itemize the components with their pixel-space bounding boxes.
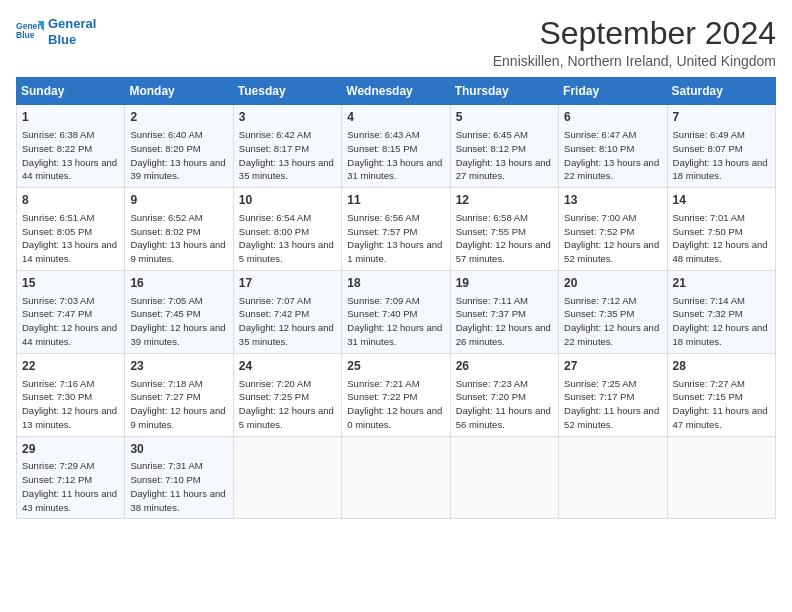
day-number: 5 xyxy=(456,109,553,126)
svg-text:Blue: Blue xyxy=(16,30,35,40)
calendar-week-4: 22Sunrise: 7:16 AMSunset: 7:30 PMDayligh… xyxy=(17,353,776,436)
day-info: Sunrise: 6:54 AMSunset: 8:00 PMDaylight:… xyxy=(239,211,336,266)
day-info: Sunrise: 6:42 AMSunset: 8:17 PMDaylight:… xyxy=(239,128,336,183)
calendar-day: 1Sunrise: 6:38 AMSunset: 8:22 PMDaylight… xyxy=(17,105,125,188)
calendar-day: 22Sunrise: 7:16 AMSunset: 7:30 PMDayligh… xyxy=(17,353,125,436)
calendar-day xyxy=(233,436,341,519)
logo-text: General Blue xyxy=(48,16,96,47)
day-number: 26 xyxy=(456,358,553,375)
header-friday: Friday xyxy=(559,78,667,105)
calendar-day: 14Sunrise: 7:01 AMSunset: 7:50 PMDayligh… xyxy=(667,188,775,271)
day-info: Sunrise: 7:05 AMSunset: 7:45 PMDaylight:… xyxy=(130,294,227,349)
calendar-header-row: SundayMondayTuesdayWednesdayThursdayFrid… xyxy=(17,78,776,105)
calendar-day: 2Sunrise: 6:40 AMSunset: 8:20 PMDaylight… xyxy=(125,105,233,188)
day-number: 19 xyxy=(456,275,553,292)
calendar-day: 30Sunrise: 7:31 AMSunset: 7:10 PMDayligh… xyxy=(125,436,233,519)
calendar-day: 29Sunrise: 7:29 AMSunset: 7:12 PMDayligh… xyxy=(17,436,125,519)
logo-line2: Blue xyxy=(48,32,76,47)
calendar-day: 28Sunrise: 7:27 AMSunset: 7:15 PMDayligh… xyxy=(667,353,775,436)
day-number: 4 xyxy=(347,109,444,126)
day-number: 27 xyxy=(564,358,661,375)
calendar-day: 6Sunrise: 6:47 AMSunset: 8:10 PMDaylight… xyxy=(559,105,667,188)
calendar-day xyxy=(342,436,450,519)
day-info: Sunrise: 6:40 AMSunset: 8:20 PMDaylight:… xyxy=(130,128,227,183)
day-info: Sunrise: 7:23 AMSunset: 7:20 PMDaylight:… xyxy=(456,377,553,432)
day-info: Sunrise: 7:20 AMSunset: 7:25 PMDaylight:… xyxy=(239,377,336,432)
header-saturday: Saturday xyxy=(667,78,775,105)
day-info: Sunrise: 6:49 AMSunset: 8:07 PMDaylight:… xyxy=(673,128,770,183)
day-info: Sunrise: 6:43 AMSunset: 8:15 PMDaylight:… xyxy=(347,128,444,183)
logo-icon: General Blue xyxy=(16,18,44,46)
day-info: Sunrise: 6:52 AMSunset: 8:02 PMDaylight:… xyxy=(130,211,227,266)
calendar-day: 15Sunrise: 7:03 AMSunset: 7:47 PMDayligh… xyxy=(17,270,125,353)
calendar-day: 25Sunrise: 7:21 AMSunset: 7:22 PMDayligh… xyxy=(342,353,450,436)
header-wednesday: Wednesday xyxy=(342,78,450,105)
day-info: Sunrise: 7:14 AMSunset: 7:32 PMDaylight:… xyxy=(673,294,770,349)
day-info: Sunrise: 7:12 AMSunset: 7:35 PMDaylight:… xyxy=(564,294,661,349)
calendar-day: 19Sunrise: 7:11 AMSunset: 7:37 PMDayligh… xyxy=(450,270,558,353)
day-info: Sunrise: 6:45 AMSunset: 8:12 PMDaylight:… xyxy=(456,128,553,183)
calendar-day: 3Sunrise: 6:42 AMSunset: 8:17 PMDaylight… xyxy=(233,105,341,188)
calendar-day: 9Sunrise: 6:52 AMSunset: 8:02 PMDaylight… xyxy=(125,188,233,271)
calendar-day: 13Sunrise: 7:00 AMSunset: 7:52 PMDayligh… xyxy=(559,188,667,271)
day-number: 6 xyxy=(564,109,661,126)
calendar-title: September 2024 xyxy=(493,16,776,51)
header-thursday: Thursday xyxy=(450,78,558,105)
day-number: 23 xyxy=(130,358,227,375)
day-number: 17 xyxy=(239,275,336,292)
logo: General Blue General Blue xyxy=(16,16,96,47)
calendar-day: 10Sunrise: 6:54 AMSunset: 8:00 PMDayligh… xyxy=(233,188,341,271)
day-info: Sunrise: 7:07 AMSunset: 7:42 PMDaylight:… xyxy=(239,294,336,349)
day-number: 12 xyxy=(456,192,553,209)
day-info: Sunrise: 7:18 AMSunset: 7:27 PMDaylight:… xyxy=(130,377,227,432)
day-info: Sunrise: 6:38 AMSunset: 8:22 PMDaylight:… xyxy=(22,128,119,183)
calendar-subtitle: Enniskillen, Northern Ireland, United Ki… xyxy=(493,53,776,69)
day-number: 29 xyxy=(22,441,119,458)
calendar-table: SundayMondayTuesdayWednesdayThursdayFrid… xyxy=(16,77,776,519)
day-number: 16 xyxy=(130,275,227,292)
calendar-day: 21Sunrise: 7:14 AMSunset: 7:32 PMDayligh… xyxy=(667,270,775,353)
day-number: 9 xyxy=(130,192,227,209)
header-sunday: Sunday xyxy=(17,78,125,105)
day-info: Sunrise: 6:51 AMSunset: 8:05 PMDaylight:… xyxy=(22,211,119,266)
calendar-day: 24Sunrise: 7:20 AMSunset: 7:25 PMDayligh… xyxy=(233,353,341,436)
calendar-day: 12Sunrise: 6:58 AMSunset: 7:55 PMDayligh… xyxy=(450,188,558,271)
calendar-day: 8Sunrise: 6:51 AMSunset: 8:05 PMDaylight… xyxy=(17,188,125,271)
day-info: Sunrise: 7:01 AMSunset: 7:50 PMDaylight:… xyxy=(673,211,770,266)
day-number: 7 xyxy=(673,109,770,126)
calendar-day: 18Sunrise: 7:09 AMSunset: 7:40 PMDayligh… xyxy=(342,270,450,353)
day-info: Sunrise: 7:00 AMSunset: 7:52 PMDaylight:… xyxy=(564,211,661,266)
calendar-day: 16Sunrise: 7:05 AMSunset: 7:45 PMDayligh… xyxy=(125,270,233,353)
day-info: Sunrise: 7:03 AMSunset: 7:47 PMDaylight:… xyxy=(22,294,119,349)
calendar-day xyxy=(667,436,775,519)
day-number: 11 xyxy=(347,192,444,209)
day-info: Sunrise: 7:29 AMSunset: 7:12 PMDaylight:… xyxy=(22,459,119,514)
calendar-day: 7Sunrise: 6:49 AMSunset: 8:07 PMDaylight… xyxy=(667,105,775,188)
day-number: 21 xyxy=(673,275,770,292)
day-number: 20 xyxy=(564,275,661,292)
day-info: Sunrise: 6:47 AMSunset: 8:10 PMDaylight:… xyxy=(564,128,661,183)
calendar-day: 27Sunrise: 7:25 AMSunset: 7:17 PMDayligh… xyxy=(559,353,667,436)
day-number: 2 xyxy=(130,109,227,126)
day-info: Sunrise: 7:27 AMSunset: 7:15 PMDaylight:… xyxy=(673,377,770,432)
day-info: Sunrise: 7:21 AMSunset: 7:22 PMDaylight:… xyxy=(347,377,444,432)
day-info: Sunrise: 7:31 AMSunset: 7:10 PMDaylight:… xyxy=(130,459,227,514)
header-monday: Monday xyxy=(125,78,233,105)
calendar-day: 11Sunrise: 6:56 AMSunset: 7:57 PMDayligh… xyxy=(342,188,450,271)
page-header: General Blue General Blue September 2024… xyxy=(16,16,776,69)
day-info: Sunrise: 7:09 AMSunset: 7:40 PMDaylight:… xyxy=(347,294,444,349)
day-number: 30 xyxy=(130,441,227,458)
calendar-day: 4Sunrise: 6:43 AMSunset: 8:15 PMDaylight… xyxy=(342,105,450,188)
title-block: September 2024 Enniskillen, Northern Ire… xyxy=(493,16,776,69)
calendar-week-5: 29Sunrise: 7:29 AMSunset: 7:12 PMDayligh… xyxy=(17,436,776,519)
calendar-week-3: 15Sunrise: 7:03 AMSunset: 7:47 PMDayligh… xyxy=(17,270,776,353)
day-info: Sunrise: 7:16 AMSunset: 7:30 PMDaylight:… xyxy=(22,377,119,432)
calendar-day: 20Sunrise: 7:12 AMSunset: 7:35 PMDayligh… xyxy=(559,270,667,353)
day-number: 10 xyxy=(239,192,336,209)
day-number: 28 xyxy=(673,358,770,375)
day-number: 24 xyxy=(239,358,336,375)
day-number: 15 xyxy=(22,275,119,292)
day-info: Sunrise: 7:25 AMSunset: 7:17 PMDaylight:… xyxy=(564,377,661,432)
day-number: 1 xyxy=(22,109,119,126)
calendar-day: 23Sunrise: 7:18 AMSunset: 7:27 PMDayligh… xyxy=(125,353,233,436)
